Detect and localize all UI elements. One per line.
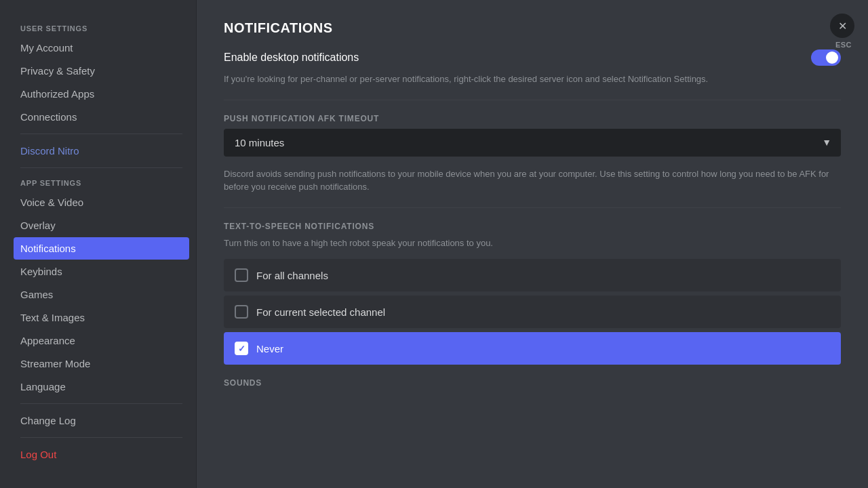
page-title: NOTIFICATIONS	[224, 20, 841, 36]
sidebar-item-appearance[interactable]: Appearance	[14, 329, 189, 352]
enable-desktop-toggle[interactable]	[811, 49, 841, 66]
sidebar-item-label: Appearance	[20, 335, 75, 346]
tts-all-channels-label: For all channels	[256, 270, 328, 281]
sidebar-item-my-account[interactable]: My Account	[14, 37, 189, 59]
afk-timeout-dropdown[interactable]: 1 minute 5 minutes 10 minutes 30 minutes…	[224, 129, 841, 157]
sidebar-item-label: Streamer Mode	[20, 358, 90, 369]
tts-header: TEXT-TO-SPEECH NOTIFICATIONS	[224, 222, 841, 231]
sidebar-item-label: Keybinds	[20, 266, 62, 277]
sidebar-item-privacy-safety[interactable]: Privacy & Safety	[14, 60, 189, 82]
sidebar-item-label: My Account	[20, 42, 73, 54]
divider-1	[20, 134, 182, 134]
sidebar-item-discord-nitro[interactable]: Discord Nitro	[14, 140, 189, 162]
sidebar-item-label: Authorized Apps	[20, 88, 94, 100]
sidebar-item-label: Language	[20, 381, 66, 392]
sidebar-item-label: Voice & Video	[20, 197, 83, 208]
tts-options: For all channels For current selected ch…	[224, 259, 841, 365]
tts-never-checkbox[interactable]	[235, 342, 248, 355]
tts-description: Turn this on to have a high tech robot s…	[224, 237, 841, 250]
tts-never-label: Never	[256, 343, 283, 354]
sidebar-item-notifications[interactable]: Notifications	[14, 237, 189, 260]
tts-option-never[interactable]: Never	[224, 332, 841, 365]
sidebar-item-change-log[interactable]: Change Log	[14, 409, 189, 432]
sounds-header: SOUNDS	[224, 378, 841, 388]
sidebar-item-games[interactable]: Games	[14, 283, 189, 306]
app-settings-label: APP SETTINGS	[14, 179, 189, 187]
sidebar-item-label: Log Out	[20, 449, 56, 460]
tts-current-channel-checkbox[interactable]	[235, 305, 248, 319]
enable-desktop-label: Enable desktop notifications	[224, 52, 359, 64]
sidebar: USER SETTINGS My Account Privacy & Safet…	[0, 0, 197, 488]
user-settings-label: USER SETTINGS	[14, 24, 189, 33]
sidebar-item-voice-video[interactable]: Voice & Video	[14, 191, 189, 214]
esc-label: ESC	[835, 41, 852, 49]
sidebar-item-label: Overlay	[20, 220, 56, 231]
divider-3	[20, 403, 182, 404]
sidebar-item-label: Privacy & Safety	[20, 65, 95, 77]
sidebar-item-authorized-apps[interactable]: Authorized Apps	[14, 83, 189, 105]
tts-option-current-channel[interactable]: For current selected channel	[224, 296, 841, 328]
divider-2	[20, 167, 182, 168]
divider-main-1	[224, 100, 841, 100]
tts-option-all-channels[interactable]: For all channels	[224, 259, 841, 291]
sidebar-item-label: Games	[20, 289, 53, 300]
sidebar-item-label: Notifications	[20, 243, 76, 254]
afk-timeout-dropdown-container: 1 minute 5 minutes 10 minutes 30 minutes…	[224, 129, 841, 157]
tts-current-channel-label: For current selected channel	[256, 306, 385, 318]
sidebar-item-label: Connections	[20, 111, 77, 123]
sidebar-item-label: Change Log	[20, 415, 76, 426]
sidebar-item-logout[interactable]: Log Out	[14, 443, 189, 466]
push-description: Discord avoids sending push notification…	[224, 167, 841, 194]
enable-desktop-row: Enable desktop notifications	[224, 49, 841, 66]
sidebar-item-streamer-mode[interactable]: Streamer Mode	[14, 352, 189, 375]
divider-main-2	[224, 207, 841, 208]
sidebar-item-label: Discord Nitro	[20, 145, 79, 157]
sidebar-item-label: Text & Images	[20, 312, 85, 323]
divider-4	[20, 437, 182, 438]
close-button[interactable]: ✕	[830, 14, 854, 38]
main-content: ✕ ESC NOTIFICATIONS Enable desktop notif…	[197, 0, 868, 488]
sidebar-item-connections[interactable]: Connections	[14, 106, 189, 128]
sidebar-item-text-images[interactable]: Text & Images	[14, 306, 189, 329]
tts-all-channels-checkbox[interactable]	[235, 268, 248, 282]
push-afk-header: PUSH NOTIFICATION AFK TIMEOUT	[224, 114, 841, 123]
enable-desktop-description: If you're looking for per-channel or per…	[224, 73, 841, 86]
sidebar-item-language[interactable]: Language	[14, 375, 189, 398]
sidebar-item-keybinds[interactable]: Keybinds	[14, 260, 189, 283]
sidebar-item-overlay[interactable]: Overlay	[14, 214, 189, 237]
